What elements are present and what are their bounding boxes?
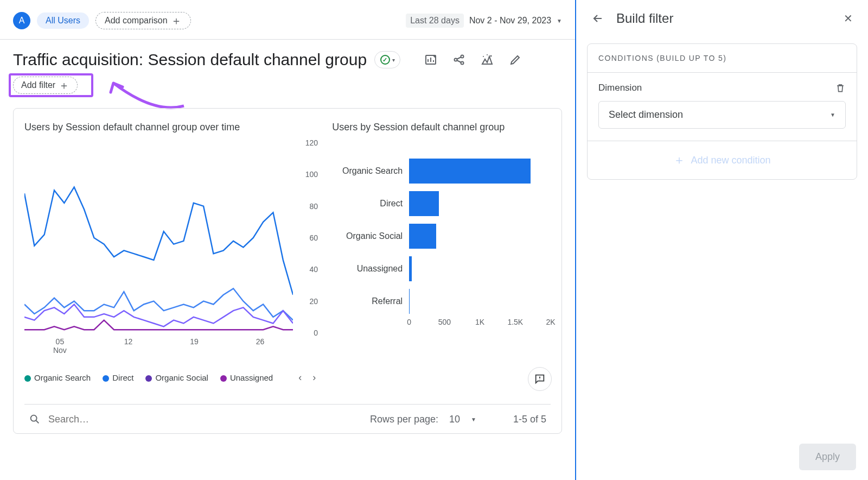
chevron-down-icon[interactable]: ▼: [471, 416, 476, 422]
add-condition-button: ＋ Add new condition: [588, 141, 857, 179]
page-title: Traffic acquisition: Session default cha…: [13, 50, 367, 69]
panel-title: Build filter: [616, 11, 673, 26]
dimension-select[interactable]: Select dimension ▼: [598, 101, 846, 129]
share-icon[interactable]: [452, 53, 465, 66]
rows-per-page-label: Rows per page:: [370, 414, 438, 425]
legend-prev[interactable]: ‹: [298, 372, 302, 383]
search-input[interactable]: [48, 414, 174, 425]
conditions-header: Conditions (build up to 5): [588, 44, 857, 73]
edit-icon[interactable]: [509, 53, 522, 66]
date-range-label: Last 28 days: [406, 14, 464, 28]
plus-icon: ＋: [59, 81, 69, 89]
top-bar: A All Users Add comparison ＋ Last 28 day…: [13, 9, 562, 39]
status-dropdown[interactable]: ✓ ▾: [374, 51, 400, 68]
plus-icon: ＋: [673, 152, 685, 168]
legend-item[interactable]: Organic Search: [24, 373, 91, 382]
add-comparison-label: Add comparison: [105, 16, 168, 26]
check-circle-icon: ✓: [380, 55, 390, 65]
dimension-label: Dimension: [598, 83, 642, 93]
search-icon: [29, 413, 41, 425]
dimension-placeholder: Select dimension: [609, 109, 683, 121]
feedback-button[interactable]: [528, 367, 552, 391]
svg-point-4: [490, 55, 492, 57]
add-filter-label: Add filter: [21, 80, 55, 90]
chevron-down-icon: ▼: [557, 18, 562, 24]
legend-item[interactable]: Direct: [103, 373, 133, 382]
svg-point-5: [483, 56, 484, 57]
svg-point-7: [31, 415, 37, 421]
svg-point-6: [487, 54, 488, 55]
legend-item[interactable]: Organic Social: [145, 373, 208, 382]
bar-chart-title: Users by Session default channel group: [332, 122, 551, 133]
back-arrow-icon[interactable]: [591, 12, 604, 25]
legend-next[interactable]: ›: [312, 372, 316, 383]
plus-icon: ＋: [171, 17, 182, 24]
add-comparison-chip[interactable]: Add comparison ＋: [95, 12, 191, 29]
all-users-chip[interactable]: All Users: [37, 12, 89, 29]
pagination-range: 1-5 of 5: [513, 414, 546, 425]
build-filter-panel: Build filter ✕ Conditions (build up to 5…: [575, 0, 868, 480]
line-chart: 020406080100120 05Nov121926: [24, 143, 316, 360]
chart-card: Users by Session default channel group o…: [13, 108, 562, 434]
date-range-picker[interactable]: Last 28 days Nov 2 - Nov 29, 2023 ▼: [406, 14, 562, 28]
bar-chart: Organic SearchDirectOrganic SocialUnassi…: [332, 155, 551, 318]
insights-icon[interactable]: [481, 53, 494, 66]
legend: Organic Search Direct Organic Social Una…: [24, 372, 316, 383]
close-icon[interactable]: ✕: [844, 12, 853, 25]
customize-icon[interactable]: [424, 53, 437, 66]
legend-item[interactable]: Unassigned: [220, 373, 273, 382]
chevron-down-icon: ▾: [392, 57, 395, 63]
add-filter-chip[interactable]: Add filter ＋: [13, 77, 78, 94]
rows-per-page-value[interactable]: 10: [449, 414, 460, 425]
delete-icon[interactable]: [835, 83, 846, 93]
date-range-value: Nov 2 - Nov 29, 2023: [469, 16, 551, 26]
audience-avatar[interactable]: A: [13, 12, 30, 29]
chevron-down-icon: ▼: [830, 112, 835, 118]
apply-button: Apply: [799, 444, 856, 470]
line-chart-title: Users by Session default channel group o…: [24, 122, 316, 133]
